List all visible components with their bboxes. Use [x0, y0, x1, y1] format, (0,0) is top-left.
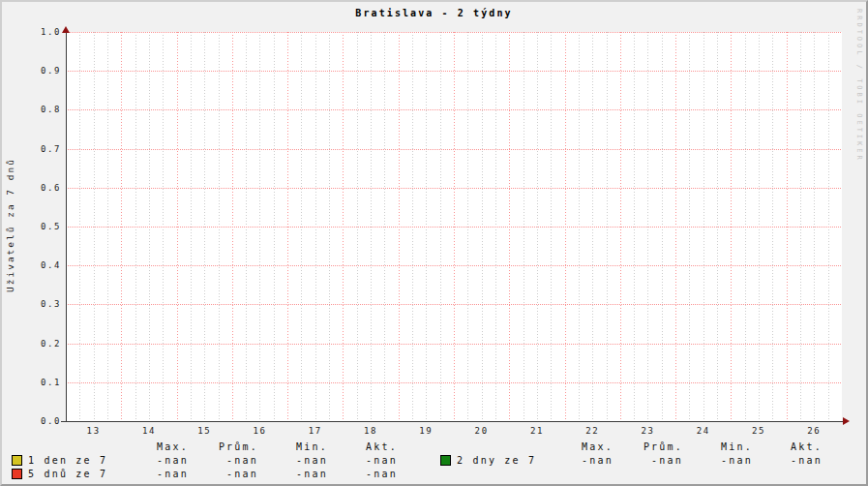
legend-column-header: Akt. — [753, 441, 823, 452]
y-tick-label: 0.7 — [2, 144, 61, 154]
y-tick-label: 0.3 — [2, 299, 61, 309]
series-swatch-icon — [12, 469, 22, 479]
y-tick-label: 0.4 — [2, 260, 61, 270]
x-tick-label: 24 — [697, 426, 710, 436]
series-label: 2 dny ze 7 — [457, 455, 544, 466]
chart-title: Bratislava - 2 týdny — [2, 8, 866, 18]
x-tick-label: 14 — [142, 426, 156, 436]
x-tick-label: 25 — [752, 426, 765, 436]
series-stat-value: -nan — [753, 455, 823, 466]
x-tick-label: 26 — [807, 426, 821, 436]
x-tick-label: 18 — [364, 426, 377, 436]
series-swatch-icon — [440, 455, 451, 466]
series-stat-value: -nan — [544, 455, 614, 466]
x-tick-label: 23 — [641, 426, 654, 436]
x-axis-line — [61, 421, 844, 422]
legend-right: Max.Prům.Min.Akt.2 dny ze 7-nan-nan-nan-… — [440, 440, 823, 467]
y-tick-label: 0.6 — [2, 183, 61, 193]
series-swatch-icon — [12, 455, 22, 466]
legend-column-header: Akt. — [328, 441, 398, 452]
legend-column-header: Min. — [683, 441, 753, 452]
series-label: 5 dnů ze 7 — [28, 469, 119, 479]
y-axis-line — [66, 29, 67, 422]
y-tick-label: 0.1 — [2, 378, 61, 387]
legend-header-row: Max.Prům.Min.Akt. — [440, 440, 823, 453]
legend-row: 1 den ze 7-nan-nan-nan-nan — [12, 453, 398, 467]
legend-row: 2 dny ze 7-nan-nan-nan-nan — [440, 453, 823, 467]
x-tick-label: 19 — [419, 426, 433, 436]
series-stat-value: -nan — [328, 455, 398, 466]
legend-column-header: Prům. — [614, 441, 683, 452]
x-tick-label: 17 — [309, 426, 322, 436]
graph-frame: Bratislava - 2 týdny RRDTOOL / TOBI OETI… — [0, 0, 868, 486]
plot-area — [66, 32, 842, 421]
legend-column-header: Min. — [258, 441, 328, 452]
y-axis-arrow-icon — [62, 26, 70, 33]
y-tick-label: 0.0 — [2, 416, 61, 426]
series-stat-value: -nan — [119, 455, 189, 466]
series-stat-value: -nan — [328, 469, 398, 479]
series-stat-value: -nan — [614, 455, 683, 466]
x-tick-label: 15 — [197, 426, 211, 436]
series-label: 1 den ze 7 — [28, 455, 119, 466]
legend-column-header: Max. — [119, 441, 189, 452]
legend-header-row: Max.Prům.Min.Akt. — [12, 440, 398, 453]
series-stat-value: -nan — [258, 469, 328, 479]
x-tick-label: 21 — [530, 426, 544, 436]
legend-column-header: Prům. — [189, 441, 258, 452]
legend-left: Max.Prům.Min.Akt.1 den ze 7-nan-nan-nan-… — [12, 440, 398, 480]
series-stat-value: -nan — [189, 455, 258, 466]
legend-row: 5 dnů ze 7-nan-nan-nan-nan — [12, 467, 398, 480]
y-tick-label: 0.5 — [2, 222, 61, 231]
x-axis-arrow-icon — [843, 417, 850, 425]
series-stat-value: -nan — [189, 469, 258, 479]
series-stat-value: -nan — [258, 455, 328, 466]
rrdtool-watermark: RRDTOOL / TOBI OETIKER — [855, 9, 863, 163]
y-tick-label: 0.9 — [2, 66, 61, 76]
y-tick-label: 1.0 — [2, 27, 61, 37]
y-tick-label: 0.8 — [2, 105, 61, 114]
x-tick-label: 22 — [585, 426, 599, 436]
legend-column-header: Max. — [544, 441, 614, 452]
x-tick-label: 16 — [253, 426, 266, 436]
x-tick-label: 20 — [475, 426, 489, 436]
horizontal-gridlines — [66, 32, 842, 421]
series-stat-value: -nan — [683, 455, 753, 466]
x-tick-label: 13 — [87, 426, 101, 436]
y-tick-label: 0.2 — [2, 339, 61, 349]
series-stat-value: -nan — [119, 469, 189, 479]
